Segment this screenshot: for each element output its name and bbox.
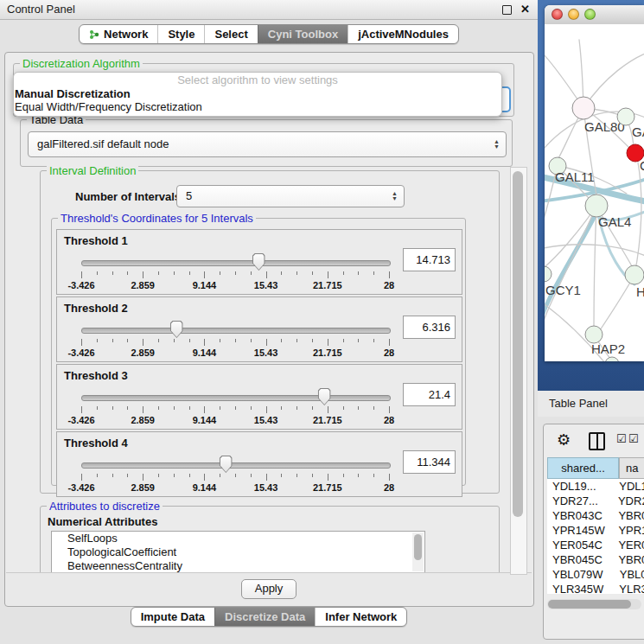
table-row[interactable]: YBL079WYBL0 [547,567,644,582]
tab-discretize-data[interactable]: Discretize Data [214,608,315,626]
network-node-gal80[interactable] [572,97,595,119]
algorithm-option-manual-discretization[interactable]: Manual Discretization [14,87,501,100]
network-window-titlebar[interactable] [545,5,644,25]
tab-select[interactable]: Select [204,25,257,43]
tick-mark [358,406,359,410]
tab-infer-network[interactable]: Infer Network [315,608,406,626]
columns-icon[interactable] [589,432,605,450]
gear-icon[interactable]: ⚙ [557,430,571,450]
table-row[interactable]: YDL19...YDL1 [547,479,644,494]
network-node-h[interactable] [625,265,644,284]
column-header-na[interactable]: na [619,457,644,479]
threshold-label: Threshold 1 [64,234,128,247]
algorithm-option-equal-width-frequency-discretization[interactable]: Equal Width/Frequency Discretization [14,100,501,113]
table-panel-titlebar: Table Panel [538,391,644,417]
slider-handle[interactable] [220,456,233,473]
table-row[interactable]: YDR27...YDR2 [547,494,644,508]
tick-mark [97,406,98,410]
tab-jactivemnodules[interactable]: jActiveMNodules [348,25,458,43]
network-node[interactable] [605,357,619,361]
tick-mark [328,339,328,346]
network-node-gal[interactable] [617,108,634,125]
slider-handle[interactable] [170,321,183,338]
threshold-slider[interactable]: -3.4262.8599.14415.4321.71528 [81,252,389,290]
popup-hint: Select algorithm to view settings [14,73,501,87]
apply-button[interactable]: Apply [241,579,296,599]
close-icon[interactable]: ✕ [520,1,530,18]
tick-mark [81,339,82,346]
tick-mark [358,474,359,477]
table-data-select[interactable]: galFiltered.sif default node ▲▼ [28,131,507,157]
tick-mark [174,474,175,477]
close-traffic-light-icon[interactable] [552,9,563,20]
threshold-value-field[interactable]: 11.344 [403,450,456,474]
tick-mark [97,271,98,275]
tick-mark [266,474,267,481]
zoom-traffic-light-icon[interactable] [584,9,596,20]
table-row[interactable]: YER054CYER0 [547,538,644,552]
intervals-select[interactable]: 5 ▲▼ [176,185,405,207]
numerical-attributes-list[interactable]: SelfLoopsTopologicalCoefficientBetweenne… [51,531,425,573]
table-row[interactable]: YBR045CYBR0 [547,552,644,567]
network-node-label: C [640,158,644,173]
minimize-traffic-light-icon[interactable] [568,9,579,20]
table-row[interactable]: YPR145WYPR1 [547,523,644,538]
network-window: GAL80GALCGAL11GAL4GCY1HHAP2 [545,5,644,361]
network-node-hap2[interactable] [585,326,603,343]
cell-shared-name: YBL079W [547,567,614,582]
tab-network[interactable]: Network [80,25,157,43]
vertical-scrollbar[interactable] [412,532,424,571]
slider-handle[interactable] [252,253,265,271]
checkbox-icon[interactable]: ☑ [616,433,627,444]
bottom-tab-bar: Impute DataDiscretize DataInfer Network [0,607,538,627]
checkbox-icon[interactable]: ☑ [628,433,639,444]
tick-mark [112,339,113,342]
scrollbar-thumb[interactable] [414,534,422,560]
scrollbar-thumb[interactable] [548,600,631,609]
control-panel-titlebar: Control Panel ✕ [0,0,538,20]
cyni-toolbox-panel: Discretization Algorithm Select algorith… [4,52,534,607]
table-row[interactable]: YLR345WYLR3 [547,582,644,594]
threshold-slider[interactable]: -3.4262.8599.14415.4321.71528 [81,455,389,493]
threshold-slider[interactable]: -3.4262.8599.14415.4321.71528 [81,320,389,358]
panel-title: Control Panel [7,0,75,19]
horizontal-scrollbar[interactable] [547,599,641,609]
threshold-panel: Threshold 1-3.4262.8599.14415.4321.71528… [56,229,462,295]
cell-name: YER0 [612,538,644,552]
network-canvas[interactable]: GAL80GALCGAL11GAL4GCY1HHAP2 [545,24,644,361]
slider-track[interactable] [81,462,391,469]
threshold-value-field[interactable]: 14.713 [403,248,456,271]
intervals-select-value: 5 [186,189,192,202]
slider-handle[interactable] [318,388,331,405]
tick-mark [220,406,220,410]
cell-shared-name: YBR043C [547,508,612,523]
network-node-gcy1[interactable] [545,266,552,282]
stepper-arrows-icon: ▲▼ [392,191,398,201]
scrollbar-thumb[interactable] [513,171,523,517]
tick-mark [81,474,82,481]
tick-mark [189,474,190,477]
group-title: Attributes to discretize [47,500,163,513]
slider-track[interactable] [81,328,391,334]
tab-cyni-toolbox[interactable]: Cyni Toolbox [258,25,348,43]
tab-style[interactable]: Style [157,25,204,43]
slider-track[interactable] [81,395,391,401]
tick-mark [373,271,374,275]
attribute-item-selfloops[interactable]: SelfLoops [52,532,424,545]
threshold-value-field[interactable]: 6.316 [403,316,456,339]
column-header-shared[interactable]: shared... [547,457,619,479]
slider-track[interactable] [81,260,391,266]
attribute-item-topologicalcoefficient[interactable]: TopologicalCoefficient [52,545,424,559]
scale-label: 21.715 [313,348,342,358]
scale-label: 28 [384,482,394,493]
float-window-icon[interactable] [502,5,512,15]
tick-mark [158,339,159,342]
threshold-slider[interactable]: -3.4262.8599.14415.4321.71528 [81,387,389,425]
threshold-value-field[interactable]: 21.4 [403,383,456,406]
attribute-item-betweennesscentrality[interactable]: BetweennessCentrality [52,559,424,573]
tab-impute-data[interactable]: Impute Data [131,608,214,626]
vertical-scrollbar[interactable] [510,167,527,575]
scale-label: 21.715 [313,280,342,290]
tick-mark [373,474,374,477]
table-row[interactable]: YBR043CYBR0 [547,508,644,523]
